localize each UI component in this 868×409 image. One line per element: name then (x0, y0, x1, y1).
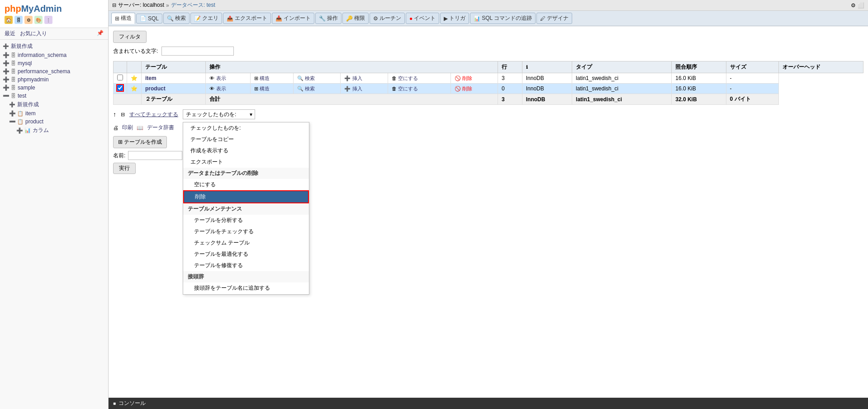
dd-item-default[interactable]: チェックしたものを: (183, 122, 309, 134)
sidebar-item-column[interactable]: ➕ 📊 カラム (0, 126, 108, 135)
dd-item-export[interactable]: エクスポート (183, 156, 309, 168)
th-table: テーブル (142, 61, 206, 73)
dict-link[interactable]: データ辞書 (147, 124, 174, 132)
settings-icon[interactable]: ⚙ (851, 2, 856, 9)
toolbar-btn-search[interactable]: 🔍 検索 (163, 13, 190, 24)
console-bar[interactable]: ■ コンソール (109, 398, 868, 409)
table-link-product[interactable]: product (145, 85, 166, 92)
checkbox-cell-product[interactable] (114, 84, 127, 94)
sidebar-item-test[interactable]: ➖ 🗄 test (0, 92, 108, 100)
sidebar-link-mysql[interactable]: mysql (18, 60, 32, 66)
toolbar-btn-sql-trace[interactable]: 📊 SQL コマンドの追跡 (470, 13, 536, 24)
star-cell-item[interactable]: ⭐ (127, 73, 142, 84)
action-show-item[interactable]: 👁 表示 (206, 73, 251, 84)
filter-input[interactable] (161, 47, 234, 56)
action-structure-item[interactable]: ⊞ 構造 (251, 73, 294, 84)
sidebar-item-phpmyadmin[interactable]: ➕ 🗄 phpmyadmin (0, 75, 108, 84)
action-show-product[interactable]: 👁 表示 (206, 84, 251, 94)
logo-icon-theme[interactable]: 🎨 (34, 16, 43, 24)
dd-item-empty[interactable]: 空にする (183, 179, 309, 190)
logo-icon-home[interactable]: 🏠 (5, 16, 13, 24)
table-link-item[interactable]: item (145, 75, 157, 81)
dd-item-add-prefix[interactable]: 接頭辞をテーブル名に追加する (183, 282, 309, 294)
dd-item-show-create[interactable]: 作成を表示する (183, 145, 309, 156)
action-delete-item[interactable]: 🚫 削除 (451, 73, 498, 84)
dd-item-repair[interactable]: テーブルを修復する (183, 260, 309, 271)
sidebar-item-test-product[interactable]: ➖ 📋 product (0, 118, 108, 126)
dd-item-optimize[interactable]: テーブルを最適化する (183, 249, 309, 260)
sidebar-link-test-new[interactable]: 新規作成 (17, 101, 39, 108)
search-icon: 🔍 (167, 15, 174, 22)
create-table-button[interactable]: ⊞ テーブルを作成 (113, 136, 167, 148)
dd-item-copy[interactable]: テーブルをコピー (183, 134, 309, 145)
action-empty-product[interactable]: 🗑 空にする (388, 84, 451, 94)
action-insert-product[interactable]: ➕ 挿入 (341, 84, 388, 94)
action-insert-item[interactable]: ➕ 挿入 (341, 73, 388, 84)
dd-item-check[interactable]: テーブルをチェックする (183, 226, 309, 237)
nav-pin-icon[interactable]: 📌 (97, 30, 104, 38)
sidebar-link-information-schema[interactable]: information_schema (18, 52, 66, 58)
export-icon: 📤 (227, 15, 233, 22)
sidebar-item-new-root[interactable]: ➕ 新規作成 (0, 42, 108, 51)
sidebar-item-mysql[interactable]: ➕ 🗄 mysql (0, 59, 108, 67)
action-search-product[interactable]: 🔍 検索 (294, 84, 341, 94)
checkbox-cell-item[interactable] (114, 73, 127, 84)
maximize-icon[interactable]: ⬜ (858, 2, 864, 9)
sidebar-link-column[interactable]: カラム (33, 127, 49, 134)
dd-item-replace-prefix[interactable]: テーブル名の接頭辞を付け替える (183, 294, 309, 294)
nav-favorites[interactable]: お気に入り (20, 30, 47, 38)
sidebar-link-product[interactable]: product (25, 118, 43, 125)
title-bar: ⊟ サーバー: localhost » データベース: test ⚙ ⬜ (109, 0, 868, 11)
sidebar-item-information-schema[interactable]: ➕ 🗄 information_schema (0, 51, 108, 59)
type-product: InnoDB (522, 84, 572, 94)
logo-icon-db[interactable]: 🗄 (14, 16, 23, 24)
check-all-button[interactable]: すべてチェックする (129, 111, 178, 118)
toolbar-btn-structure[interactable]: ⊞ 構造 (111, 13, 135, 24)
new-icon-test: ➕ (9, 102, 15, 108)
sidebar-link-performance-schema[interactable]: performance_schema (18, 68, 70, 75)
column-icon: 📊 (24, 127, 31, 133)
checkbox-product[interactable] (117, 85, 123, 91)
sidebar-item-sample[interactable]: ➕ 🗄 sample (0, 84, 108, 92)
sidebar-link-item[interactable]: item (25, 110, 36, 117)
print-link[interactable]: 印刷 (122, 124, 133, 132)
toolbar-btn-event[interactable]: ● イベント (406, 13, 439, 24)
toolbar-btn-designer[interactable]: 🖊 デザイナ (536, 13, 572, 24)
run-button[interactable]: 実行 (113, 163, 136, 174)
checkbox-item[interactable] (117, 75, 123, 80)
nav-recent[interactable]: 最近 (5, 30, 15, 38)
toolbar-btn-privileges[interactable]: 🔑 権限 (342, 13, 369, 24)
sidebar-item-test-item[interactable]: ➕ 📋 item (0, 109, 108, 118)
dd-item-drop[interactable]: 削除 (183, 190, 309, 203)
total-rows: 3 (498, 94, 522, 105)
action-select[interactable]: チェックしたものを: (183, 109, 255, 119)
dd-item-analyze[interactable]: テーブルを分析する (183, 215, 309, 226)
total-size: 32.0 KiB (672, 94, 726, 105)
logo-icon-settings[interactable]: ⚙ (24, 16, 33, 24)
designer-icon: 🖊 (540, 15, 545, 22)
table-icon-item: 📋 (17, 111, 24, 117)
logo-icon-more[interactable]: ⋮ (44, 16, 52, 24)
action-delete-product[interactable]: 🚫 削除 (451, 84, 498, 94)
filter-button[interactable]: フィルタ (113, 31, 147, 43)
action-empty-item[interactable]: 🗑 空にする (388, 73, 451, 84)
star-cell-product[interactable]: ⭐ (127, 84, 142, 94)
toolbar-btn-routine[interactable]: ⚙ ルーチン (370, 13, 405, 24)
toolbar-btn-sql[interactable]: 📄 SQL (136, 14, 162, 24)
sidebar-link-test[interactable]: test (18, 93, 26, 99)
sidebar-item-performance-schema[interactable]: ➕ 🗄 performance_schema (0, 67, 108, 75)
sidebar-link-phpmyadmin[interactable]: phpmyadmin (18, 76, 49, 83)
dd-item-checksum[interactable]: チェックサム テーブル (183, 237, 309, 249)
sidebar-item-test-new[interactable]: ➕ 新規作成 (0, 100, 108, 109)
action-structure-product[interactable]: ⊞ 構造 (251, 84, 294, 94)
name-input[interactable] (128, 151, 182, 160)
toolbar-btn-import[interactable]: 📥 インポート (272, 13, 314, 24)
sidebar-link-new-root[interactable]: 新規作成 (11, 42, 33, 50)
action-select-container: チェックしたものを: ▼ チェックしたものを: テーブルをコピー 作成を表示する… (183, 109, 255, 119)
toolbar-btn-operation[interactable]: 🔧 操作 (315, 13, 342, 24)
toolbar-btn-query[interactable]: 📝 クエリ (190, 13, 222, 24)
sidebar-link-sample[interactable]: sample (18, 85, 35, 91)
action-search-item[interactable]: 🔍 検索 (294, 73, 341, 84)
toolbar-btn-trigger[interactable]: ▶ トリガ (440, 13, 469, 24)
toolbar-btn-export[interactable]: 📤 エクスポート (223, 13, 271, 24)
